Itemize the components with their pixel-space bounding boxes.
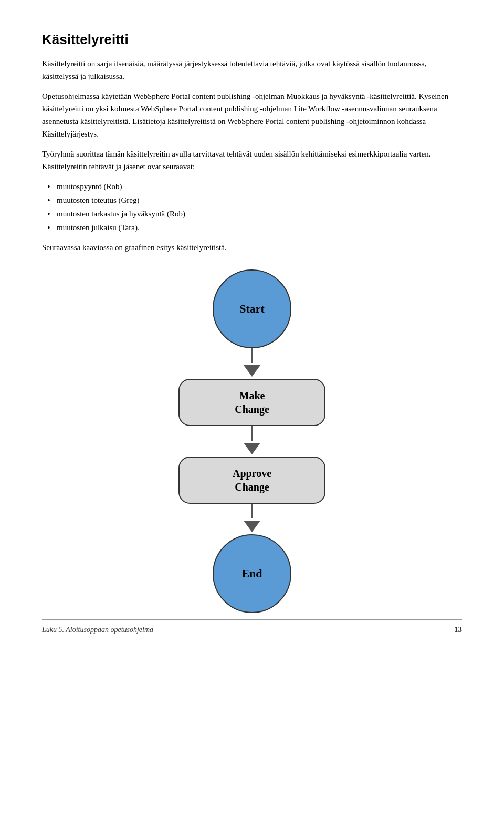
make-change-node: MakeChange [178,379,326,426]
arrow-shaft-3 [251,504,253,518]
end-label: End [242,567,262,580]
page: Käsittelyreitti Käsittelyreitti on sarja… [0,0,504,655]
arrow-shaft-1 [251,348,253,363]
closing-text: Seuraavassa kaaviossa on graafinen esity… [42,241,462,254]
paragraph-3: Työryhmä suorittaa tämän käsittelyreitin… [42,148,462,173]
footer-right: 13 [454,625,462,634]
workflow-diagram: Start MakeChange ApproveChange End [42,269,462,613]
arrow-head-1 [244,365,260,377]
page-title: Käsittelyreitti [42,32,462,48]
arrow-2 [244,426,260,456]
end-node: End [213,534,291,613]
arrow-head-2 [244,443,260,454]
arrow-3 [244,504,260,534]
start-node: Start [213,269,291,348]
approve-change-node: ApproveChange [178,456,326,504]
list-item: muutosten julkaisu (Tara). [42,221,462,234]
start-label: Start [239,302,265,316]
approve-change-label: ApproveChange [233,466,271,494]
paragraph-2: Opetusohjelmassa käytetään WebSphere Por… [42,90,462,140]
list-item: muutosten toteutus (Greg) [42,194,462,206]
list-item: muutosten tarkastus ja hyväksyntä (Rob) [42,208,462,220]
arrow-head-3 [244,521,260,532]
bullet-list: muutospyyntö (Rob) muutosten toteutus (G… [42,180,462,234]
arrow-shaft-2 [251,426,253,441]
make-change-label: MakeChange [235,389,269,416]
footer: Luku 5. Aloitusoppaan opetusohjelma 13 [42,619,462,634]
footer-left: Luku 5. Aloitusoppaan opetusohjelma [42,626,153,634]
list-item: muutospyyntö (Rob) [42,180,462,193]
paragraph-1: Käsittelyreitti on sarja itsenäisiä, mää… [42,57,462,82]
arrow-1 [244,348,260,379]
